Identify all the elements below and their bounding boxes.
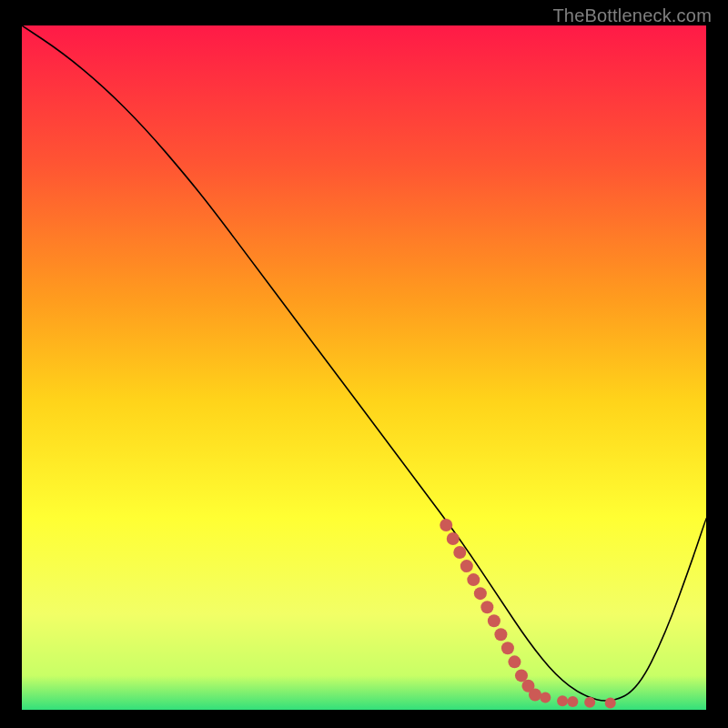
svg-point-8 <box>494 628 507 641</box>
watermark-label: TheBottleneck.com <box>552 5 712 26</box>
chart-svg <box>22 25 706 710</box>
svg-point-0 <box>440 519 452 531</box>
svg-point-18 <box>605 697 616 708</box>
svg-point-17 <box>584 697 595 708</box>
svg-point-10 <box>508 655 521 668</box>
svg-point-6 <box>480 601 493 613</box>
svg-point-9 <box>501 642 514 654</box>
svg-point-3 <box>460 560 473 572</box>
svg-point-16 <box>567 696 578 707</box>
svg-point-14 <box>540 692 551 703</box>
svg-point-5 <box>474 587 487 600</box>
svg-point-7 <box>488 614 500 627</box>
gradient-background <box>22 25 706 710</box>
svg-point-2 <box>453 546 466 559</box>
chart-plot <box>22 25 706 710</box>
svg-point-15 <box>557 695 568 706</box>
svg-point-1 <box>447 532 460 545</box>
svg-point-4 <box>467 573 480 586</box>
svg-point-13 <box>529 688 541 701</box>
chart-container: TheBottleneck.com <box>0 0 728 728</box>
